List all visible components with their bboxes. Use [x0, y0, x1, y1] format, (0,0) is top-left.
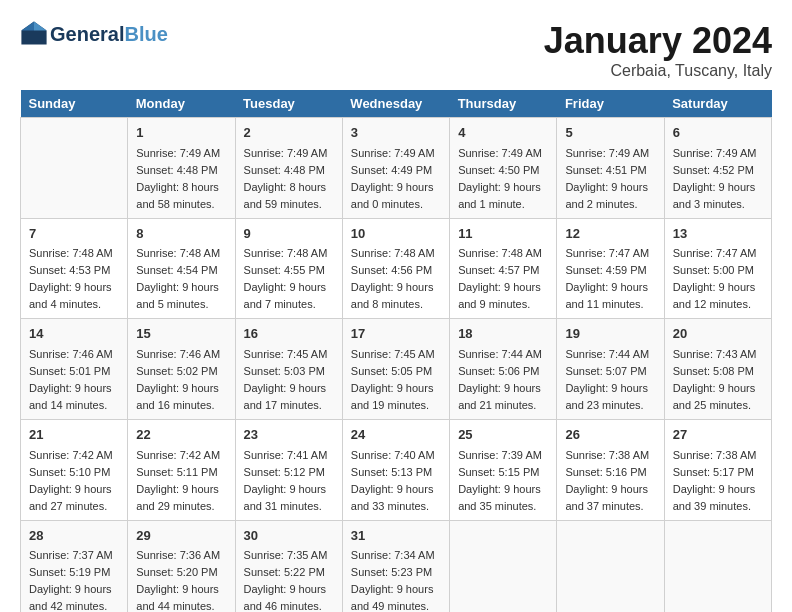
calendar-cell: 25Sunrise: 7:39 AM Sunset: 5:15 PM Dayli…	[450, 420, 557, 521]
calendar-week-row: 14Sunrise: 7:46 AM Sunset: 5:01 PM Dayli…	[21, 319, 772, 420]
day-info: Sunrise: 7:49 AM Sunset: 4:51 PM Dayligh…	[565, 145, 655, 213]
calendar-table: SundayMondayTuesdayWednesdayThursdayFrid…	[20, 90, 772, 612]
day-info: Sunrise: 7:46 AM Sunset: 5:01 PM Dayligh…	[29, 346, 119, 414]
day-info: Sunrise: 7:37 AM Sunset: 5:19 PM Dayligh…	[29, 547, 119, 612]
calendar-cell: 3Sunrise: 7:49 AM Sunset: 4:49 PM Daylig…	[342, 118, 449, 219]
calendar-cell: 14Sunrise: 7:46 AM Sunset: 5:01 PM Dayli…	[21, 319, 128, 420]
day-info: Sunrise: 7:42 AM Sunset: 5:10 PM Dayligh…	[29, 447, 119, 515]
day-header-saturday: Saturday	[664, 90, 771, 118]
calendar-cell	[450, 520, 557, 612]
day-info: Sunrise: 7:48 AM Sunset: 4:57 PM Dayligh…	[458, 245, 548, 313]
day-number: 15	[136, 324, 226, 344]
day-info: Sunrise: 7:40 AM Sunset: 5:13 PM Dayligh…	[351, 447, 441, 515]
day-number: 7	[29, 224, 119, 244]
day-header-sunday: Sunday	[21, 90, 128, 118]
day-info: Sunrise: 7:46 AM Sunset: 5:02 PM Dayligh…	[136, 346, 226, 414]
calendar-cell: 17Sunrise: 7:45 AM Sunset: 5:05 PM Dayli…	[342, 319, 449, 420]
day-info: Sunrise: 7:45 AM Sunset: 5:03 PM Dayligh…	[244, 346, 334, 414]
day-info: Sunrise: 7:48 AM Sunset: 4:55 PM Dayligh…	[244, 245, 334, 313]
calendar-cell: 8Sunrise: 7:48 AM Sunset: 4:54 PM Daylig…	[128, 218, 235, 319]
day-number: 22	[136, 425, 226, 445]
day-number: 21	[29, 425, 119, 445]
day-number: 5	[565, 123, 655, 143]
logo: GeneralBlue	[20, 20, 168, 48]
svg-marker-2	[21, 21, 34, 30]
day-number: 9	[244, 224, 334, 244]
day-info: Sunrise: 7:36 AM Sunset: 5:20 PM Dayligh…	[136, 547, 226, 612]
day-header-monday: Monday	[128, 90, 235, 118]
day-info: Sunrise: 7:45 AM Sunset: 5:05 PM Dayligh…	[351, 346, 441, 414]
day-number: 16	[244, 324, 334, 344]
calendar-cell: 19Sunrise: 7:44 AM Sunset: 5:07 PM Dayli…	[557, 319, 664, 420]
day-info: Sunrise: 7:49 AM Sunset: 4:49 PM Dayligh…	[351, 145, 441, 213]
day-info: Sunrise: 7:48 AM Sunset: 4:56 PM Dayligh…	[351, 245, 441, 313]
day-info: Sunrise: 7:44 AM Sunset: 5:07 PM Dayligh…	[565, 346, 655, 414]
day-info: Sunrise: 7:47 AM Sunset: 5:00 PM Dayligh…	[673, 245, 763, 313]
calendar-cell: 15Sunrise: 7:46 AM Sunset: 5:02 PM Dayli…	[128, 319, 235, 420]
day-number: 24	[351, 425, 441, 445]
day-info: Sunrise: 7:49 AM Sunset: 4:48 PM Dayligh…	[244, 145, 334, 213]
day-number: 18	[458, 324, 548, 344]
calendar-cell: 12Sunrise: 7:47 AM Sunset: 4:59 PM Dayli…	[557, 218, 664, 319]
calendar-cell: 5Sunrise: 7:49 AM Sunset: 4:51 PM Daylig…	[557, 118, 664, 219]
day-number: 25	[458, 425, 548, 445]
day-number: 14	[29, 324, 119, 344]
day-number: 13	[673, 224, 763, 244]
calendar-header-row: SundayMondayTuesdayWednesdayThursdayFrid…	[21, 90, 772, 118]
day-info: Sunrise: 7:38 AM Sunset: 5:16 PM Dayligh…	[565, 447, 655, 515]
calendar-cell: 22Sunrise: 7:42 AM Sunset: 5:11 PM Dayli…	[128, 420, 235, 521]
day-number: 6	[673, 123, 763, 143]
calendar-week-row: 1Sunrise: 7:49 AM Sunset: 4:48 PM Daylig…	[21, 118, 772, 219]
day-header-tuesday: Tuesday	[235, 90, 342, 118]
day-header-friday: Friday	[557, 90, 664, 118]
svg-marker-1	[34, 21, 47, 30]
day-number: 11	[458, 224, 548, 244]
day-number: 27	[673, 425, 763, 445]
day-info: Sunrise: 7:44 AM Sunset: 5:06 PM Dayligh…	[458, 346, 548, 414]
day-number: 31	[351, 526, 441, 546]
calendar-cell: 26Sunrise: 7:38 AM Sunset: 5:16 PM Dayli…	[557, 420, 664, 521]
day-header-thursday: Thursday	[450, 90, 557, 118]
calendar-cell: 31Sunrise: 7:34 AM Sunset: 5:23 PM Dayli…	[342, 520, 449, 612]
day-number: 29	[136, 526, 226, 546]
page-header: GeneralBlue January 2024 Cerbaia, Tuscan…	[20, 20, 772, 80]
day-header-wednesday: Wednesday	[342, 90, 449, 118]
calendar-cell: 21Sunrise: 7:42 AM Sunset: 5:10 PM Dayli…	[21, 420, 128, 521]
day-info: Sunrise: 7:42 AM Sunset: 5:11 PM Dayligh…	[136, 447, 226, 515]
calendar-week-row: 7Sunrise: 7:48 AM Sunset: 4:53 PM Daylig…	[21, 218, 772, 319]
calendar-cell	[21, 118, 128, 219]
calendar-cell: 28Sunrise: 7:37 AM Sunset: 5:19 PM Dayli…	[21, 520, 128, 612]
calendar-cell: 4Sunrise: 7:49 AM Sunset: 4:50 PM Daylig…	[450, 118, 557, 219]
day-number: 23	[244, 425, 334, 445]
day-number: 20	[673, 324, 763, 344]
calendar-week-row: 28Sunrise: 7:37 AM Sunset: 5:19 PM Dayli…	[21, 520, 772, 612]
day-info: Sunrise: 7:49 AM Sunset: 4:50 PM Dayligh…	[458, 145, 548, 213]
calendar-cell: 24Sunrise: 7:40 AM Sunset: 5:13 PM Dayli…	[342, 420, 449, 521]
day-number: 1	[136, 123, 226, 143]
day-info: Sunrise: 7:35 AM Sunset: 5:22 PM Dayligh…	[244, 547, 334, 612]
day-number: 30	[244, 526, 334, 546]
day-number: 2	[244, 123, 334, 143]
day-info: Sunrise: 7:47 AM Sunset: 4:59 PM Dayligh…	[565, 245, 655, 313]
day-number: 8	[136, 224, 226, 244]
subtitle: Cerbaia, Tuscany, Italy	[544, 62, 772, 80]
day-info: Sunrise: 7:34 AM Sunset: 5:23 PM Dayligh…	[351, 547, 441, 612]
logo-text-blue: Blue	[124, 23, 167, 45]
day-number: 4	[458, 123, 548, 143]
calendar-cell: 9Sunrise: 7:48 AM Sunset: 4:55 PM Daylig…	[235, 218, 342, 319]
title-block: January 2024 Cerbaia, Tuscany, Italy	[544, 20, 772, 80]
day-info: Sunrise: 7:38 AM Sunset: 5:17 PM Dayligh…	[673, 447, 763, 515]
calendar-cell	[664, 520, 771, 612]
day-info: Sunrise: 7:48 AM Sunset: 4:54 PM Dayligh…	[136, 245, 226, 313]
day-number: 17	[351, 324, 441, 344]
calendar-cell: 20Sunrise: 7:43 AM Sunset: 5:08 PM Dayli…	[664, 319, 771, 420]
day-number: 19	[565, 324, 655, 344]
day-number: 10	[351, 224, 441, 244]
day-number: 28	[29, 526, 119, 546]
calendar-cell: 16Sunrise: 7:45 AM Sunset: 5:03 PM Dayli…	[235, 319, 342, 420]
day-info: Sunrise: 7:43 AM Sunset: 5:08 PM Dayligh…	[673, 346, 763, 414]
calendar-cell: 23Sunrise: 7:41 AM Sunset: 5:12 PM Dayli…	[235, 420, 342, 521]
calendar-cell: 10Sunrise: 7:48 AM Sunset: 4:56 PM Dayli…	[342, 218, 449, 319]
calendar-cell: 6Sunrise: 7:49 AM Sunset: 4:52 PM Daylig…	[664, 118, 771, 219]
logo-text-general: General	[50, 23, 124, 45]
